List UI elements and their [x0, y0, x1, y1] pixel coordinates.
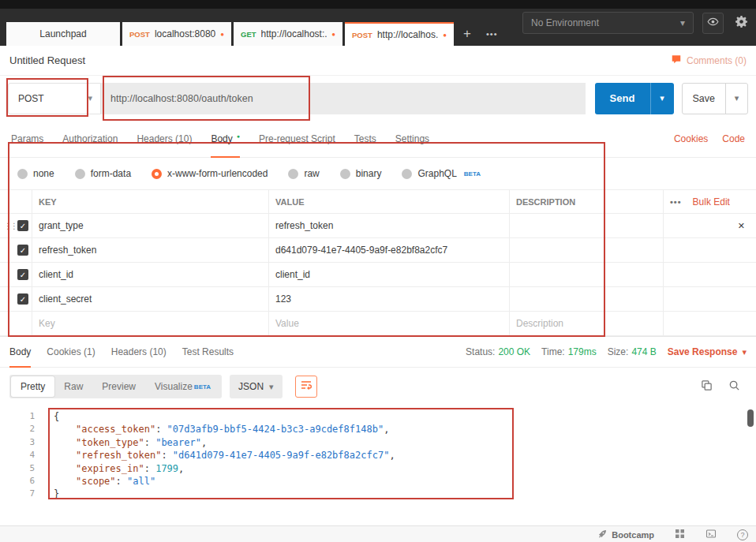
tab-body[interactable]: Body ●: [211, 121, 240, 157]
cookies-link[interactable]: Cookies: [674, 133, 708, 144]
settings-gear-button[interactable]: [732, 14, 750, 32]
comments-button[interactable]: Comments (0): [671, 54, 747, 67]
key-cell-placeholder[interactable]: Key: [32, 312, 268, 335]
view-raw[interactable]: Raw: [54, 376, 92, 397]
key-cell[interactable]: client_secret: [32, 287, 268, 311]
description-cell-placeholder[interactable]: Description: [509, 312, 663, 335]
body-mode-binary[interactable]: binary: [340, 168, 382, 179]
key-cell[interactable]: refresh_token: [32, 238, 268, 262]
url-input[interactable]: [101, 83, 586, 114]
row-select-cell: ⋮⋮ ✓: [0, 214, 32, 237]
value-cell[interactable]: 123: [268, 287, 509, 311]
view-pretty[interactable]: Pretty: [11, 376, 54, 397]
body-mode-form-data[interactable]: form-data: [75, 168, 131, 179]
tab-headers[interactable]: Headers (10): [137, 121, 192, 157]
line-number: 3: [0, 436, 35, 449]
copy-response-button[interactable]: [701, 379, 713, 394]
environment-quick-look-button[interactable]: [702, 13, 724, 34]
delete-row-button[interactable]: ✕: [738, 221, 745, 231]
tab-title: http://localhos...: [377, 29, 438, 40]
line-number: 6: [0, 475, 35, 488]
row-select-cell: ✓: [0, 238, 32, 262]
code-link[interactable]: Code: [722, 133, 745, 144]
chevron-down-icon: ▾: [269, 382, 274, 392]
console-button[interactable]: [705, 529, 717, 540]
tab-pre-request-script[interactable]: Pre-request Script: [259, 121, 335, 157]
tab-authorization[interactable]: Authorization: [62, 121, 118, 157]
response-meta-bar: Body Cookies (1) Headers (10) Test Resul…: [0, 336, 756, 368]
value-cell[interactable]: d641d079-41e7-4405-9a9f-e82bf8a2cfc7: [268, 238, 509, 262]
value-cell-placeholder[interactable]: Value: [268, 312, 509, 335]
code-line: 5 "expires_in": 1799,: [0, 462, 756, 475]
row-select-cell: ✓: [0, 287, 32, 311]
tab-request-1[interactable]: POST localhost:8080... ●: [122, 22, 231, 46]
tab-launchpad[interactable]: Launchpad: [6, 22, 120, 46]
help-button[interactable]: ?: [737, 529, 748, 540]
chevron-down-icon: ▾: [680, 17, 685, 28]
row-checkbox[interactable]: ✓: [17, 245, 28, 256]
row-actions-cell: ✕: [663, 214, 756, 237]
more-tabs-button[interactable]: •••: [481, 22, 503, 46]
value-cell[interactable]: refresh_token: [268, 214, 509, 237]
send-options-button[interactable]: ▾: [650, 83, 674, 114]
scrollbar-thumb[interactable]: [747, 409, 754, 427]
send-button[interactable]: Send: [595, 83, 650, 114]
description-cell[interactable]: [509, 263, 663, 286]
tab-request-3-active[interactable]: POST http://localhos... ●: [345, 22, 454, 46]
row-checkbox[interactable]: ✓: [17, 269, 28, 280]
tab-tests[interactable]: Tests: [354, 121, 376, 157]
tab-label: Params: [11, 133, 43, 144]
tab-method-badge: POST: [129, 30, 150, 39]
response-tab-headers[interactable]: Headers (10): [111, 337, 167, 367]
drag-handle-icon[interactable]: ⋮⋮: [4, 222, 17, 230]
body-mode-none[interactable]: none: [17, 168, 54, 179]
key-cell[interactable]: grant_type: [32, 214, 268, 237]
description-cell[interactable]: [509, 214, 663, 237]
value-cell[interactable]: client_id: [268, 263, 509, 286]
environment-selector[interactable]: No Environment ▾: [522, 12, 694, 34]
save-response-button[interactable]: Save Response ▾: [668, 346, 747, 357]
topbar-right-controls: No Environment ▾: [522, 12, 750, 34]
row-checkbox[interactable]: ✓: [17, 220, 28, 231]
view-preview[interactable]: Preview: [92, 376, 145, 397]
table-options-button[interactable]: •••: [670, 197, 682, 207]
key-cell[interactable]: client_id: [32, 263, 268, 286]
save-options-button[interactable]: ▾: [725, 84, 747, 114]
description-cell[interactable]: [509, 287, 663, 311]
method-select[interactable]: POST ▾: [8, 83, 101, 114]
search-response-button[interactable]: [728, 379, 740, 394]
response-view-switcher: Pretty Raw Preview Visualize BETA: [9, 375, 222, 398]
environment-label: No Environment: [531, 17, 599, 28]
console-icon: [705, 529, 717, 540]
response-stats: Status: 200 OK Time: 179ms Size: 474 B S…: [466, 346, 747, 357]
build-grid-button[interactable]: [675, 529, 685, 540]
body-mode-x-www-form-urlencoded[interactable]: x-www-form-urlencoded: [152, 168, 268, 179]
tab-params[interactable]: Params: [11, 121, 43, 157]
wrap-text-button[interactable]: [295, 376, 317, 398]
body-mode-graphql[interactable]: GraphQL BETA: [402, 168, 481, 179]
view-visualize[interactable]: Visualize BETA: [145, 376, 220, 397]
body-mode-raw[interactable]: raw: [288, 168, 319, 179]
tab-settings[interactable]: Settings: [395, 121, 429, 157]
app-topbar: Launchpad POST localhost:8080... ● GET h…: [0, 0, 756, 46]
code-line: 7 }: [0, 488, 756, 500]
row-checkbox[interactable]: ✓: [17, 293, 28, 305]
response-language-selector[interactable]: JSON ▾: [230, 375, 283, 398]
response-tab-cookies[interactable]: Cookies (1): [47, 337, 95, 367]
response-tabs: Body Cookies (1) Headers (10) Test Resul…: [9, 337, 234, 367]
chevron-down-icon: ▾: [88, 93, 92, 103]
response-tab-body[interactable]: Body: [9, 337, 31, 367]
body-active-dot-icon: ●: [237, 133, 240, 139]
bootcamp-button[interactable]: Bootcamp: [597, 529, 654, 540]
bulk-edit-link[interactable]: Bulk Edit: [693, 196, 730, 207]
tab-title: localhost:8080...: [155, 28, 215, 39]
time-stat: Time: 179ms: [541, 346, 597, 357]
tab-request-2[interactable]: GET http://localhost:... ●: [234, 22, 342, 46]
save-button[interactable]: Save: [683, 84, 726, 114]
row-actions-cell: [663, 312, 756, 335]
radio-icon: [17, 169, 28, 179]
row-actions-cell: [663, 263, 756, 286]
new-tab-button[interactable]: +: [456, 22, 478, 46]
description-cell[interactable]: [509, 238, 663, 262]
response-tab-test-results[interactable]: Test Results: [182, 337, 234, 367]
